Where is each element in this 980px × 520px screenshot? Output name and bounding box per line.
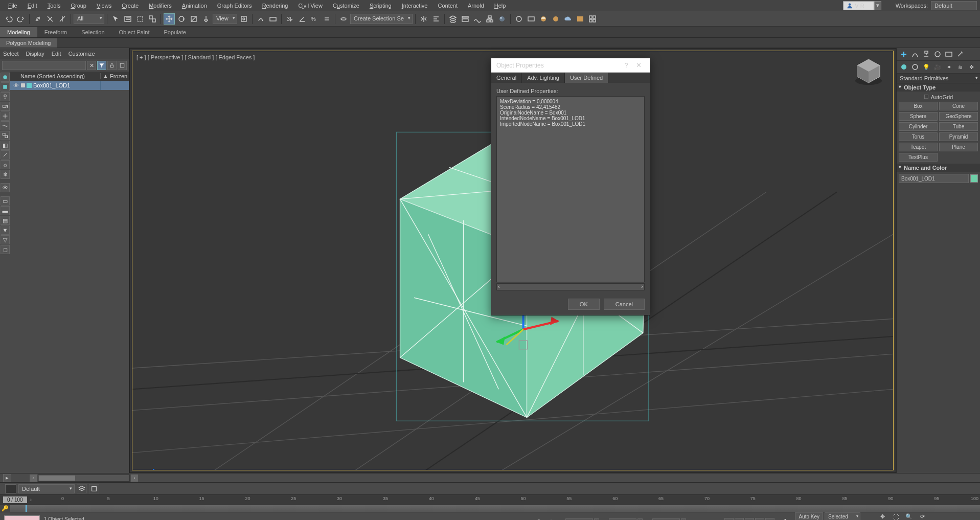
toggle-ribbon-icon[interactable] — [460, 13, 471, 25]
track-bar[interactable]: 🔑 — [0, 505, 980, 512]
menu-customize[interactable]: Customize — [328, 1, 364, 10]
nav-zoom-icon[interactable]: 🔍 — [904, 512, 914, 521]
material-editor-icon[interactable] — [496, 13, 508, 25]
sub-helpers-icon[interactable]: ✦ — [944, 62, 954, 72]
display-selected-icon[interactable]: ◻ — [1, 245, 10, 254]
search-input[interactable] — [2, 61, 86, 70]
btn-box[interactable]: Box — [899, 102, 938, 110]
time-config-icon[interactable]: ⏱ — [932, 517, 943, 521]
edit-selection-set-icon[interactable] — [338, 13, 349, 25]
menu-edit[interactable]: Edit — [22, 1, 42, 10]
se-menu-edit[interactable]: Edit — [52, 51, 61, 57]
viewcube[interactable] — [853, 56, 884, 87]
coord-display-mode-icon[interactable] — [546, 517, 556, 521]
tab-user-defined[interactable]: User Defined — [565, 73, 608, 83]
sub-spacewarps-icon[interactable]: ≋ — [955, 62, 965, 72]
next-frame-icon[interactable]: ▮▸ — [755, 518, 764, 521]
select-place-icon[interactable] — [200, 13, 212, 25]
hscroll-left-icon[interactable]: ‹ — [30, 474, 37, 482]
search-view-icon[interactable] — [118, 61, 127, 70]
select-by-name-icon[interactable] — [122, 13, 133, 25]
btn-tube[interactable]: Tube — [939, 122, 978, 131]
btn-teapot[interactable]: Teapot — [899, 143, 938, 151]
display-dependents-icon[interactable]: ▽ — [1, 235, 10, 244]
isolate-selection-icon[interactable] — [521, 517, 532, 521]
trackbar-key-icon[interactable]: 🔑 — [0, 505, 10, 512]
filter-groups-icon[interactable] — [1, 131, 10, 140]
render-online-icon[interactable] — [550, 13, 561, 25]
dialog-help-icon[interactable]: ? — [620, 62, 632, 69]
menu-scripting[interactable]: Scripting — [364, 1, 397, 10]
udp-textarea[interactable] — [496, 96, 645, 282]
filter-shapes-icon[interactable] — [1, 82, 10, 92]
btn-cone[interactable]: Cone — [939, 102, 978, 110]
layer-color-swatch[interactable] — [5, 484, 16, 493]
menu-help[interactable]: Help — [489, 1, 511, 10]
tab-general[interactable]: General — [491, 73, 522, 83]
layer-properties-icon[interactable] — [89, 484, 99, 493]
maxscript-listener[interactable] — [4, 515, 40, 521]
ribbon-subtab-polygon-modeling[interactable]: Polygon Modeling — [0, 38, 57, 48]
menu-content[interactable]: Content — [432, 1, 463, 10]
hscroll-right-icon[interactable]: › — [131, 474, 138, 482]
selection-lock-icon[interactable] — [534, 517, 544, 521]
btn-cylinder[interactable]: Cylinder — [899, 122, 938, 131]
spinner-z[interactable]: ▲▼ — [681, 518, 686, 521]
tree-row[interactable]: 👁 Box001_LOD1 — [10, 81, 129, 90]
object-color-swatch[interactable] — [970, 174, 978, 183]
display-none-icon[interactable]: ▭ — [1, 196, 10, 206]
search-filter-icon[interactable] — [97, 61, 106, 70]
sub-geometry-icon[interactable] — [899, 62, 909, 72]
tab-adv-lighting[interactable]: Adv. Lighting — [522, 73, 565, 83]
bind-icon[interactable] — [57, 13, 68, 25]
autogrid-checkbox[interactable]: ☐ AutoGrid — [899, 94, 978, 100]
prev-frame-icon[interactable]: ◂▮ — [735, 518, 744, 521]
ribbon-tab-modeling[interactable]: Modeling — [0, 27, 37, 37]
time-ruler[interactable]: 0 5 10 15 20 25 30 35 40 45 50 55 60 65 … — [61, 495, 980, 505]
rollout-name-color[interactable]: Name and Color — [897, 164, 980, 172]
named-selection-set[interactable]: Create Selection Se — [350, 14, 413, 24]
display-invert-icon[interactable]: ▬ — [1, 206, 10, 215]
undo-icon[interactable] — [3, 13, 14, 25]
sub-lights-icon[interactable]: 💡 — [921, 62, 931, 72]
auto-key-button[interactable]: Auto Key — [795, 512, 823, 520]
use-center-icon[interactable] — [238, 13, 249, 25]
ribbon-tab-selection[interactable]: Selection — [74, 27, 111, 37]
se-menu-select[interactable]: Select — [3, 51, 19, 57]
select-rotate-icon[interactable] — [176, 13, 187, 25]
time-slider[interactable]: 0 / 100› — [0, 496, 61, 503]
redo-icon[interactable] — [15, 13, 27, 25]
ribbon-tab-freeform[interactable]: Freeform — [37, 27, 75, 37]
tab-motion-icon[interactable] — [932, 49, 943, 59]
menu-group[interactable]: Group — [65, 1, 92, 10]
btn-geosphere[interactable]: GeoSphere — [939, 112, 978, 121]
sub-shapes-icon[interactable] — [910, 62, 920, 72]
user-account[interactable]: V R — [843, 1, 874, 10]
link-icon[interactable] — [32, 13, 43, 25]
select-object-icon[interactable] — [110, 13, 121, 25]
unlink-icon[interactable] — [44, 13, 56, 25]
goto-start-icon[interactable]: ⏮ — [724, 518, 734, 521]
render-cloud-icon[interactable] — [562, 13, 574, 25]
udp-hscroll[interactable] — [496, 283, 645, 290]
nav-pan-icon[interactable]: ✥ — [877, 512, 887, 521]
align-icon[interactable] — [430, 13, 442, 25]
nav-zoom-extents-icon[interactable]: ⛶ — [891, 512, 901, 521]
filter-helpers-icon[interactable] — [1, 111, 10, 121]
hscroll-track[interactable] — [38, 474, 130, 482]
select-manipulate-icon[interactable] — [255, 13, 266, 25]
open-autodesk-icon[interactable] — [575, 13, 586, 25]
key-mode-icon[interactable] — [779, 516, 792, 521]
curve-editor-icon[interactable] — [472, 13, 483, 25]
menu-tools[interactable]: Tools — [42, 1, 66, 10]
ribbon-tab-object-paint[interactable]: Object Paint — [112, 27, 157, 37]
se-menu-display[interactable]: Display — [26, 51, 44, 57]
keyboard-shortcut-icon[interactable] — [267, 13, 279, 25]
btn-sphere[interactable]: Sphere — [899, 112, 938, 121]
tab-display-icon[interactable] — [944, 49, 954, 59]
mirror-icon[interactable] — [418, 13, 429, 25]
menu-rendering[interactable]: Rendering — [257, 1, 293, 10]
display-children-icon[interactable]: ▤ — [1, 216, 10, 225]
dialog-close-icon[interactable]: ✕ — [632, 61, 645, 69]
ref-coord-system[interactable]: View — [213, 14, 237, 24]
